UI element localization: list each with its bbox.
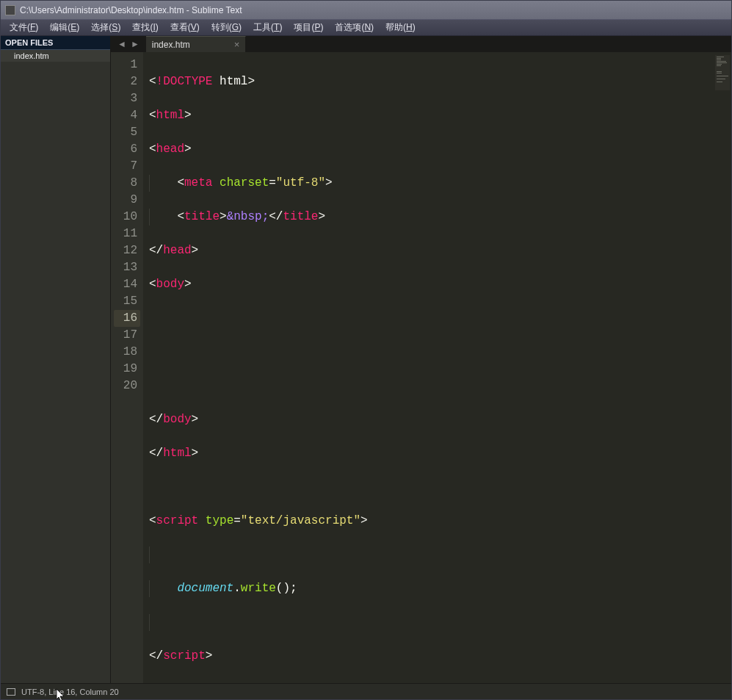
tab-label: index.htm: [152, 40, 190, 50]
tab-nav: ◄ ►: [111, 36, 146, 52]
minimap[interactable]: [714, 52, 731, 683]
sidebar-header-open-files: OPEN FILES: [1, 36, 110, 50]
status-text: UTF-8, Line 16, Column 20: [21, 688, 119, 696]
app-icon: [5, 5, 15, 15]
titlebar: C:\Users\Administrator\Desktop\index.htm…: [1, 1, 731, 20]
menubar: 文件(F) 编辑(E) 选择(S) 查找(I) 查看(V) 转到(G) 工具(T…: [1, 20, 731, 36]
menu-file[interactable]: 文件(F): [4, 20, 44, 35]
main-area: OPEN FILES index.htm ◄ ► index.htm × 1 2…: [1, 36, 731, 683]
code-text[interactable]: <!DOCTYPE html> <html> <head> <meta char…: [143, 52, 714, 683]
code-area[interactable]: 1 2 3 4 5 6 7 8 9 10 11 12 13 14 15 16 1…: [111, 52, 731, 683]
tab-close-icon[interactable]: ×: [234, 39, 240, 50]
menu-view[interactable]: 查看(V): [164, 20, 206, 35]
menu-project[interactable]: 项目(P): [288, 20, 329, 35]
menu-find[interactable]: 查找(I): [126, 20, 164, 35]
sidebar-file-item[interactable]: index.htm: [1, 50, 110, 62]
menu-help[interactable]: 帮助(H): [380, 20, 421, 35]
window-title: C:\Users\Administrator\Desktop\index.htm…: [20, 5, 242, 15]
editor-column: ◄ ► index.htm × 1 2 3 4 5 6 7 8 9 10 11: [111, 36, 731, 683]
menu-prefs[interactable]: 首选项(N): [329, 20, 380, 35]
menu-edit[interactable]: 编辑(E): [44, 20, 85, 35]
menu-goto[interactable]: 转到(G): [206, 20, 247, 35]
gutter: 1 2 3 4 5 6 7 8 9 10 11 12 13 14 15 16 1…: [111, 52, 143, 683]
panel-toggle-icon[interactable]: [7, 688, 15, 696]
tab-index-htm[interactable]: index.htm ×: [146, 36, 247, 52]
menu-tools[interactable]: 工具(T): [247, 20, 288, 35]
menu-select[interactable]: 选择(S): [85, 20, 126, 35]
tab-nav-forward-icon[interactable]: ►: [128, 39, 142, 49]
sidebar: OPEN FILES index.htm: [1, 36, 111, 683]
tab-nav-back-icon[interactable]: ◄: [115, 39, 128, 49]
tab-row: ◄ ► index.htm ×: [111, 36, 731, 52]
